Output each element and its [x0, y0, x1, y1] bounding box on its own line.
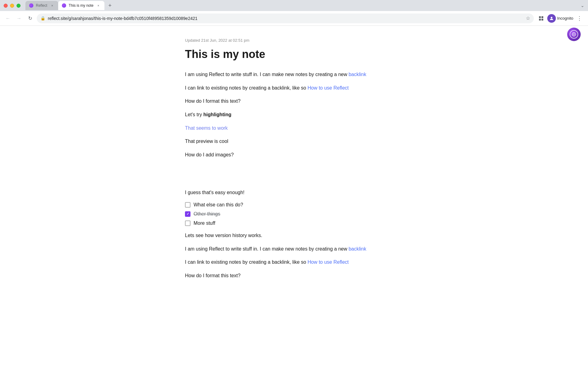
paragraph-11: I can link to existing notes by creating… [185, 258, 403, 266]
reflect-logo-inner [570, 30, 578, 39]
extensions-button[interactable] [536, 13, 546, 23]
bookmark-icon[interactable]: ☆ [526, 15, 530, 21]
tab-reflect-title: Reflect [36, 3, 47, 8]
title-bar: Reflect × This is my note × + ⌄ [0, 0, 588, 11]
close-window-button[interactable] [4, 4, 8, 8]
checkbox-item-1: What else can this do? [185, 202, 403, 208]
paragraph-2-text: I can link to existing notes by creating… [185, 85, 307, 90]
paragraph-5: That seems to work [185, 124, 403, 132]
paragraph-12: How do I format this text? [185, 272, 403, 280]
paragraph-4-text: Let's try [185, 112, 203, 117]
page-content: Updated 21st Jun, 2022 at 02:51 pm This … [178, 26, 410, 309]
how-to-use-reflect-link-2[interactable]: How to use Reflect [307, 259, 349, 265]
address-bar: ← → ↻ 🔒 reflect.site/g/sarahjonas/this-i… [0, 11, 588, 26]
content-spacer [185, 164, 403, 189]
url-bar[interactable]: 🔒 reflect.site/g/sarahjonas/this-is-my-n… [37, 13, 534, 23]
tab-note-close[interactable]: × [96, 3, 101, 8]
menu-button[interactable]: ⋮ [575, 13, 584, 23]
note-meta: Updated 21st Jun, 2022 at 02:51 pm [185, 38, 403, 43]
url-text: reflect.site/g/sarahjonas/this-is-my-not… [48, 16, 523, 21]
svg-point-4 [551, 17, 552, 18]
paragraph-4: Let's try highlighting [185, 111, 403, 119]
paragraph-3: How do I format this text? [185, 97, 403, 105]
paragraph-7: How do I add images? [185, 151, 403, 159]
reflect-favicon [29, 3, 33, 8]
minimize-window-button[interactable] [10, 4, 14, 8]
note-title: This is my note [185, 48, 403, 61]
svg-rect-3 [541, 19, 543, 21]
paragraph-4-bold: highlighting [203, 112, 232, 117]
backlink-2[interactable]: backlink [349, 246, 366, 251]
tab-note[interactable]: This is my note × [58, 1, 104, 10]
back-button[interactable]: ← [4, 14, 12, 23]
note-favicon [62, 3, 66, 8]
profile-button[interactable] [547, 14, 556, 23]
svg-rect-1 [541, 16, 543, 18]
checkbox-3-label: More stuff [194, 220, 215, 226]
checkbox-1[interactable] [185, 202, 190, 208]
browser-chrome: Reflect × This is my note × + ⌄ ← → ↻ 🔒 … [0, 0, 588, 26]
svg-rect-2 [539, 19, 541, 21]
tab-reflect[interactable]: Reflect × [25, 1, 58, 10]
paragraph-2: I can link to existing notes by creating… [185, 84, 403, 92]
toolbar-right: Incognito ⋮ [536, 13, 584, 23]
checkbox-item-2: Other things [185, 211, 403, 217]
checkbox-item-3: More stuff [185, 220, 403, 226]
that-seems-to-work-link[interactable]: That seems to work [185, 125, 228, 131]
new-tab-button[interactable]: + [106, 1, 114, 10]
forward-button[interactable]: → [15, 14, 23, 23]
lock-icon: 🔒 [40, 16, 45, 21]
paragraph-10: I am using Reflect to write stuff in. I … [185, 245, 403, 253]
reflect-logo-button[interactable] [567, 28, 581, 41]
checkbox-3[interactable] [185, 220, 190, 226]
checkbox-2-label: Other things [194, 211, 220, 217]
tab-expand-button[interactable]: ⌄ [581, 3, 584, 8]
reload-button[interactable]: ↻ [26, 14, 34, 23]
tab-note-title: This is my note [69, 3, 93, 8]
svg-rect-0 [539, 16, 541, 18]
checkbox-1-label: What else can this do? [194, 202, 243, 208]
backlink-1[interactable]: backlink [349, 72, 366, 77]
paragraph-1: I am using Reflect to write stuff in. I … [185, 71, 403, 79]
maximize-window-button[interactable] [17, 4, 21, 8]
checkbox-2[interactable] [185, 211, 190, 217]
how-to-use-reflect-link-1[interactable]: How to use Reflect [307, 85, 349, 90]
paragraph-11-text: I can link to existing notes by creating… [185, 259, 307, 265]
tab-reflect-close[interactable]: × [50, 3, 55, 8]
paragraph-9: Lets see how version history works. [185, 232, 403, 240]
incognito-label: Incognito [557, 16, 573, 21]
paragraph-6: That preview is cool [185, 137, 403, 145]
paragraph-1-text: I am using Reflect to write stuff in. I … [185, 72, 349, 77]
paragraph-8: I guess that's easy enough! [185, 189, 403, 197]
paragraph-10-text: I am using Reflect to write stuff in. I … [185, 246, 349, 251]
traffic-lights [4, 4, 21, 8]
